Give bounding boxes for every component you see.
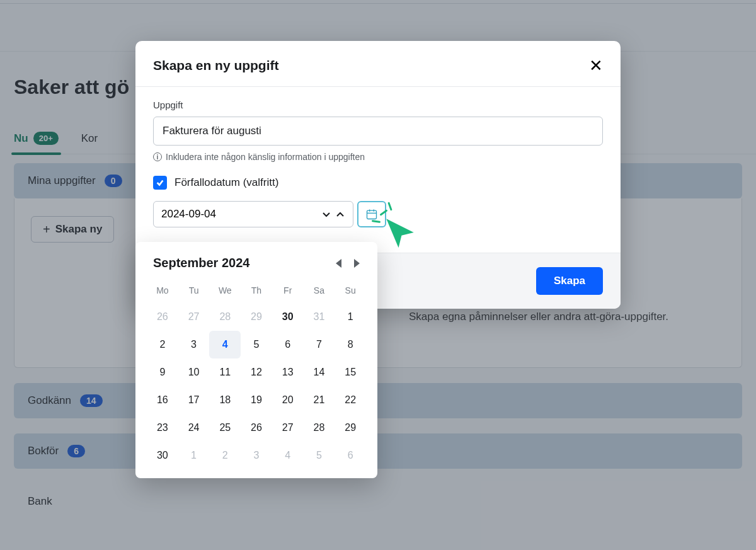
modal-title: Skapa en ny uppgift bbox=[153, 58, 279, 73]
calendar-dow: Mo bbox=[147, 280, 178, 303]
date-input-row: 2024-09-04 bbox=[153, 201, 603, 227]
calendar-day[interactable]: 8 bbox=[335, 331, 366, 358]
close-icon[interactable]: ✕ bbox=[589, 57, 603, 74]
calendar-day[interactable]: 27 bbox=[272, 414, 304, 442]
due-date-label: Förfallodatum (valfritt) bbox=[175, 176, 278, 189]
calendar-day[interactable]: 18 bbox=[209, 386, 241, 414]
task-field-label: Uppgift bbox=[153, 100, 603, 110]
chevron-up-icon[interactable] bbox=[335, 209, 345, 219]
calendar-day[interactable]: 5 bbox=[241, 331, 272, 358]
calendar-day[interactable]: 20 bbox=[272, 386, 304, 414]
calendar-day[interactable]: 21 bbox=[304, 386, 335, 414]
calendar-day[interactable]: 23 bbox=[147, 414, 178, 442]
calendar-day[interactable]: 30 bbox=[147, 442, 178, 469]
calendar-dow: Sa bbox=[304, 280, 335, 303]
calendar-day[interactable]: 26 bbox=[147, 303, 178, 331]
calendar-grid: MoTuWeThFrSaSu26272829303112345678910111… bbox=[147, 280, 366, 469]
calendar-day[interactable]: 27 bbox=[178, 303, 210, 331]
calendar-day[interactable]: 2 bbox=[209, 442, 241, 469]
calendar-header: September 2024 bbox=[147, 256, 366, 270]
calendar-day[interactable]: 14 bbox=[304, 358, 335, 386]
calendar-day[interactable]: 10 bbox=[178, 358, 210, 386]
due-date-row: Förfallodatum (valfritt) bbox=[153, 176, 603, 190]
calendar-dow: Su bbox=[335, 280, 366, 303]
check-icon bbox=[156, 178, 164, 187]
calendar-day[interactable]: 28 bbox=[209, 303, 241, 331]
calendar-day[interactable]: 13 bbox=[272, 358, 304, 386]
calendar-day[interactable]: 25 bbox=[209, 414, 241, 442]
calendar-day[interactable]: 17 bbox=[178, 386, 210, 414]
modal-header: Skapa en ny uppgift ✕ bbox=[135, 41, 621, 87]
calendar-day[interactable]: 4 bbox=[272, 442, 304, 469]
chevron-down-icon[interactable] bbox=[321, 209, 331, 219]
calendar-day[interactable]: 1 bbox=[335, 303, 366, 331]
calendar-icon bbox=[365, 208, 378, 221]
calendar-day[interactable]: 1 bbox=[178, 442, 210, 469]
calendar-day[interactable]: 30 bbox=[272, 303, 304, 331]
calendar-day[interactable]: 4 bbox=[209, 331, 241, 358]
submit-button[interactable]: Skapa bbox=[536, 267, 603, 295]
calendar-day[interactable]: 19 bbox=[241, 386, 272, 414]
info-icon: i bbox=[153, 152, 162, 161]
calendar-dow: Th bbox=[241, 280, 272, 303]
calendar-dow: Tu bbox=[178, 280, 210, 303]
due-date-checkbox[interactable] bbox=[153, 176, 167, 190]
calendar-nav bbox=[336, 259, 360, 268]
calendar-day[interactable]: 16 bbox=[147, 386, 178, 414]
calendar-day[interactable]: 7 bbox=[304, 331, 335, 358]
calendar-day[interactable]: 15 bbox=[335, 358, 366, 386]
modal-body: Uppgift i Inkludera inte någon känslig i… bbox=[135, 87, 621, 227]
task-input[interactable] bbox=[153, 117, 603, 146]
calendar-day[interactable]: 9 bbox=[147, 358, 178, 386]
calendar-day[interactable]: 3 bbox=[241, 442, 272, 469]
calendar-popover: September 2024 MoTuWeThFrSaSu26272829303… bbox=[135, 242, 377, 478]
calendar-day[interactable]: 6 bbox=[272, 331, 304, 358]
calendar-day[interactable]: 3 bbox=[178, 331, 210, 358]
calendar-button[interactable] bbox=[357, 201, 386, 227]
calendar-day[interactable]: 6 bbox=[335, 442, 366, 469]
calendar-day[interactable]: 5 bbox=[304, 442, 335, 469]
date-value: 2024-09-04 bbox=[161, 208, 318, 221]
calendar-dow: We bbox=[209, 280, 241, 303]
calendar-day[interactable]: 22 bbox=[335, 386, 366, 414]
calendar-day[interactable]: 31 bbox=[304, 303, 335, 331]
calendar-day[interactable]: 11 bbox=[209, 358, 241, 386]
calendar-day[interactable]: 29 bbox=[335, 414, 366, 442]
calendar-day[interactable]: 12 bbox=[241, 358, 272, 386]
calendar-month-label: September 2024 bbox=[153, 256, 336, 270]
calendar-day[interactable]: 2 bbox=[147, 331, 178, 358]
prev-month-icon[interactable] bbox=[336, 259, 341, 268]
task-hint-text: Inkludera inte någon känslig information… bbox=[166, 152, 365, 162]
calendar-day[interactable]: 26 bbox=[241, 414, 272, 442]
calendar-day[interactable]: 29 bbox=[241, 303, 272, 331]
calendar-day[interactable]: 24 bbox=[178, 414, 210, 442]
task-hint: i Inkludera inte någon känslig informati… bbox=[153, 152, 603, 162]
next-month-icon[interactable] bbox=[354, 259, 360, 268]
date-input[interactable]: 2024-09-04 bbox=[153, 201, 353, 227]
svg-rect-0 bbox=[367, 210, 377, 219]
calendar-day[interactable]: 28 bbox=[304, 414, 335, 442]
calendar-dow: Fr bbox=[272, 280, 304, 303]
